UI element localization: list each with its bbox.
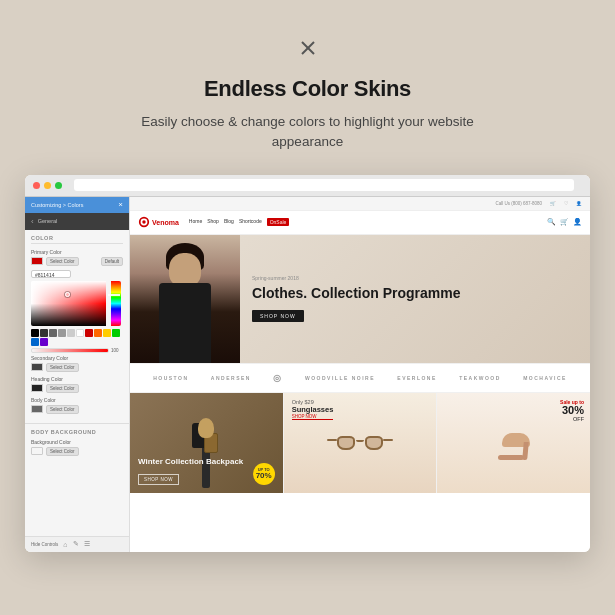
primary-color-label: Primary Color bbox=[31, 249, 123, 255]
shoe-heel bbox=[522, 442, 529, 460]
heading-color-swatch[interactable] bbox=[31, 384, 43, 392]
shop-cart-nav-icon[interactable]: 🛒 bbox=[560, 218, 569, 226]
shop-actions: 🔍 🛒 👤 bbox=[547, 218, 582, 226]
lens-left bbox=[337, 436, 355, 450]
hero-title: Clothes. Collection Programme bbox=[252, 285, 578, 302]
secondary-color-label: Secondary Color bbox=[31, 355, 123, 361]
gradient-cursor[interactable] bbox=[65, 292, 70, 297]
browser-minimize-dot[interactable] bbox=[44, 182, 51, 189]
lens-right bbox=[365, 436, 383, 450]
bg-select-btn[interactable]: Select Color bbox=[46, 447, 79, 456]
primary-select-color-btn[interactable]: Select Color bbox=[46, 257, 79, 266]
sunglasses-art bbox=[335, 434, 385, 452]
opacity-bar[interactable] bbox=[31, 348, 109, 353]
shop-search-icon[interactable]: 🔍 bbox=[547, 218, 556, 226]
close-icon-wrap bbox=[298, 38, 318, 62]
swatch-purple[interactable] bbox=[40, 338, 48, 346]
swatch-lighter-gray[interactable] bbox=[67, 329, 75, 337]
body-background-section: BODY BACKGROUND Background Color Select … bbox=[25, 423, 129, 463]
swatch-mid-gray[interactable] bbox=[49, 329, 57, 337]
color-picker-gradient[interactable] bbox=[31, 281, 121, 326]
sidebar-nav-arrow[interactable]: ‹ bbox=[31, 217, 34, 226]
product-heels-card: Sale up to 30% OFF bbox=[437, 393, 590, 493]
hide-controls-label: Hide Controls bbox=[31, 542, 58, 547]
heels-off: OFF bbox=[560, 416, 584, 422]
brand-everlone: EVERLONE bbox=[397, 375, 437, 381]
content-area: Customizing > Colors × ‹ General COLOR P… bbox=[25, 197, 590, 552]
swatch-green[interactable] bbox=[112, 329, 120, 337]
sidebar-customizing-label: Customizing > Colors bbox=[31, 202, 83, 208]
body-color-swatch[interactable] bbox=[31, 405, 43, 413]
hero-banner: Spring-summer 2018 Clothes. Collection P… bbox=[130, 235, 590, 363]
shop-nav-links: Home Shop Blog Shortcode OnSale bbox=[189, 218, 290, 226]
hero-text: Spring-summer 2018 Clothes. Collection P… bbox=[240, 235, 590, 363]
secondary-color-row: Secondary Color Select Color bbox=[31, 355, 123, 372]
brand-teakwood: TEAKWOOD bbox=[459, 375, 501, 381]
nav-home[interactable]: Home bbox=[189, 218, 202, 226]
shop-header-strip: Call Us (800) 687-8080 🛒 ♡ 👤 bbox=[130, 197, 590, 211]
sunglasses-cta[interactable]: SHOP NOW bbox=[292, 414, 334, 420]
hero-cta-button[interactable]: SHOP NOW bbox=[252, 310, 304, 322]
shop-user-icon[interactable]: 👤 bbox=[573, 218, 582, 226]
primary-color-swatch[interactable] bbox=[31, 257, 43, 265]
products-row: Winter Collection Backpack SHOP NOW UP T… bbox=[130, 393, 590, 493]
nav-blog[interactable]: Blog bbox=[224, 218, 234, 226]
swatch-blue[interactable] bbox=[31, 338, 39, 346]
brand-houston: HOUSTON bbox=[153, 375, 188, 381]
sidebar-close-btn[interactable]: × bbox=[118, 200, 123, 209]
shoe-sole bbox=[498, 455, 524, 460]
gradient-hue[interactable] bbox=[111, 281, 121, 326]
swatch-dark-gray[interactable] bbox=[40, 329, 48, 337]
bg-color-swatch[interactable] bbox=[31, 447, 43, 455]
heading-color-label: Heading Color bbox=[31, 376, 123, 382]
shop-navbar: Venoma Home Shop Blog Shortcode OnSale 🔍… bbox=[130, 211, 590, 235]
heading-select-btn[interactable]: Select Color bbox=[46, 384, 79, 393]
secondary-swatch-row: Select Color bbox=[31, 363, 123, 372]
brand-woodville: WOODVILLE NOIRE bbox=[305, 375, 375, 381]
product-backpack-title: Winter Collection Backpack bbox=[138, 457, 243, 467]
heading-color-row: Heading Color Select Color bbox=[31, 376, 123, 393]
body-bg-section-title: BODY BACKGROUND bbox=[31, 429, 123, 435]
product-heels-label: Sale up to 30% OFF bbox=[560, 399, 584, 422]
browser-bar bbox=[25, 175, 590, 197]
shop-logo-text: Venoma bbox=[152, 219, 179, 226]
swatch-black[interactable] bbox=[31, 329, 39, 337]
shop-preview: Call Us (800) 687-8080 🛒 ♡ 👤 Venoma Ho bbox=[130, 197, 590, 552]
swatch-orange[interactable] bbox=[94, 329, 102, 337]
nav-shortcode[interactable]: Shortcode bbox=[239, 218, 262, 226]
bg-swatch-row: Select Color bbox=[31, 447, 123, 456]
hero-person-image bbox=[130, 235, 240, 363]
product-sunglasses-bg: Only $29 Sunglasses SHOP NOW bbox=[284, 393, 437, 493]
primary-color-swatch-row: Select Color Default bbox=[31, 257, 123, 266]
color-swatches-grid bbox=[31, 329, 123, 346]
swatch-yellow[interactable] bbox=[103, 329, 111, 337]
shop-account-icon: 👤 bbox=[576, 201, 582, 206]
hex-input[interactable]: #811414 bbox=[31, 270, 71, 278]
body-select-btn[interactable]: Select Color bbox=[46, 405, 79, 414]
browser-maximize-dot[interactable] bbox=[55, 182, 62, 189]
body-color-label: Body Color bbox=[31, 397, 123, 403]
primary-default-btn[interactable]: Default bbox=[101, 257, 123, 266]
shop-logo-icon bbox=[138, 216, 150, 228]
secondary-select-btn[interactable]: Select Color bbox=[46, 363, 79, 372]
opacity-row: 100 bbox=[31, 348, 123, 353]
mockup-wrapper: Customizing > Colors × ‹ General COLOR P… bbox=[25, 175, 590, 552]
gradient-main bbox=[31, 281, 106, 326]
nav-shop[interactable]: Shop bbox=[207, 218, 219, 226]
brand-mochavice: MOCHAVICE bbox=[523, 375, 567, 381]
body-color-row: Body Color Select Color bbox=[31, 397, 123, 414]
brands-strip: HOUSTON ANDERSEN ◎ WOODVILLE NOIRE EVERL… bbox=[130, 363, 590, 393]
color-section: COLOR Primary Color Select Color Default… bbox=[25, 230, 129, 423]
product-heels-bg: Sale up to 30% OFF bbox=[437, 393, 590, 493]
product-backpack-cta[interactable]: SHOP NOW bbox=[138, 474, 179, 485]
sidebar-nav: ‹ General bbox=[25, 213, 129, 230]
browser-address-bar[interactable] bbox=[74, 179, 574, 191]
swatch-red[interactable] bbox=[85, 329, 93, 337]
browser-close-dot[interactable] bbox=[33, 182, 40, 189]
secondary-color-swatch[interactable] bbox=[31, 363, 43, 371]
swatch-light-gray[interactable] bbox=[58, 329, 66, 337]
color-section-title: COLOR bbox=[31, 235, 123, 244]
swatch-white[interactable] bbox=[76, 329, 84, 337]
nav-onsale[interactable]: OnSale bbox=[267, 218, 290, 226]
opacity-value: 100 bbox=[111, 348, 123, 353]
